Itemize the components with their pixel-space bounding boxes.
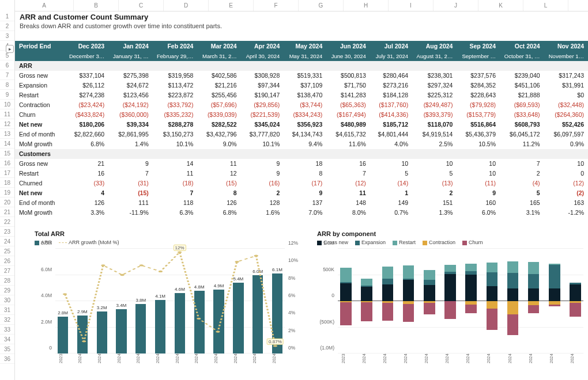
row-header-35[interactable]: 35 — [0, 344, 14, 354]
table-row[interactable]: Restart$274,238$123,456$223,872$255,456$… — [15, 90, 588, 100]
table-row[interactable]: End of month1261111181261281371481491511… — [15, 198, 588, 208]
table-row[interactable]: Contraction($23,424)($24,192)($33,792)($… — [15, 100, 588, 110]
row-header-36[interactable]: 36 — [0, 354, 14, 364]
bar: 3.4M — [116, 309, 126, 354]
column-header-E[interactable]: E — [209, 0, 254, 11]
outline-expand-button[interactable]: ▸ — [6, 45, 14, 53]
bar: 4.9M — [213, 290, 224, 354]
row-header-17[interactable]: 17 — [0, 168, 14, 178]
bar: 2.8M — [58, 317, 68, 354]
row-headers: 1234567891011121314151617181920212223242… — [0, 0, 15, 380]
chart-area: 02.0M4.0M6.0M8.0M0%2%4%6%8%10%12%2.8M2.9… — [35, 249, 301, 364]
row-header-11[interactable]: 11 — [0, 109, 14, 119]
row-header-13[interactable]: 13 — [0, 129, 14, 139]
chart-arr-by-component[interactable]: ARR by component Gross newExpansionResta… — [317, 230, 583, 364]
row-header-10[interactable]: 10 — [0, 100, 14, 109]
chart-title: ARR by component — [317, 230, 583, 237]
bar: 5.4M — [233, 283, 243, 354]
table-row[interactable]: Net new$180,206$39,334$288,278$282,522$3… — [15, 120, 588, 130]
column-header-L[interactable]: L — [523, 0, 568, 11]
row-header-9[interactable]: 9 — [0, 90, 14, 100]
row-header-6[interactable]: 6 — [0, 60, 14, 70]
bar: 6.0M — [252, 275, 263, 354]
row-header-21[interactable]: 21 — [0, 207, 14, 217]
row-header-14[interactable]: 14 — [0, 139, 14, 149]
bar: 3.8M — [135, 304, 146, 354]
row-header-34[interactable]: 34 — [0, 335, 14, 344]
row-header-29[interactable]: 29 — [0, 286, 14, 295]
column-header-D[interactable]: D — [164, 0, 209, 11]
column-header-G[interactable]: G — [299, 0, 344, 11]
row-header-30[interactable]: 30 — [0, 295, 14, 305]
table-row[interactable]: MoM growth6.8%1.4%10.1%9.0%10.1%9.4%11.6… — [15, 139, 588, 149]
row-header-3[interactable]: 3 — [0, 31, 14, 41]
column-header-M[interactable]: M — [568, 0, 588, 11]
row-header-22[interactable]: 22 — [0, 217, 14, 227]
row-header-20[interactable]: 20 — [0, 197, 14, 207]
table-row[interactable]: Churn($433,824)($360,000)($335,232)($339… — [15, 110, 588, 120]
table-row[interactable]: Gross new$337,104$275,398$319,958$402,58… — [15, 71, 588, 81]
row-header-27[interactable]: 27 — [0, 266, 14, 276]
spreadsheet-body: ARR and Customer Count Summary Breaks do… — [15, 12, 588, 218]
column-header-B[interactable]: B — [74, 0, 119, 11]
column-header-C[interactable]: C — [119, 0, 164, 11]
row-header-28[interactable]: 28 — [0, 276, 14, 286]
row-header-32[interactable]: 32 — [0, 315, 14, 325]
table-row[interactable]: Gross new219141191816101010710 — [15, 159, 588, 169]
table-row[interactable]: End of month$2,822,660$2,861,995$3,150,2… — [15, 130, 588, 139]
column-header-J[interactable]: J — [434, 0, 478, 11]
bar: 4.6M — [175, 293, 185, 354]
row-header-25[interactable]: 25 — [0, 246, 14, 256]
table-row[interactable]: Churned(33)(31)(18)(15)(16)(17)(12)(14)(… — [15, 178, 588, 188]
row-header-23[interactable]: 23 — [0, 227, 14, 237]
column-headers: ABCDEFGHIJKLM — [15, 0, 588, 12]
column-header-F[interactable]: F — [254, 0, 299, 11]
row-header-18[interactable]: 18 — [0, 178, 14, 188]
row-header-19[interactable]: 19 — [0, 188, 14, 197]
column-header-I[interactable]: I — [389, 0, 434, 11]
row-header-12[interactable]: 12 — [0, 119, 14, 129]
data-grid[interactable]: Period EndDec 2023Jan 2024Feb 2024Mar 20… — [15, 41, 588, 218]
bar: 4.8M — [194, 291, 205, 354]
column-header-A[interactable]: A — [15, 0, 74, 11]
table-row[interactable]: Restart1671112987551020 — [15, 169, 588, 178]
row-header-2[interactable]: 2 — [0, 21, 14, 31]
chart-legend: Gross newExpansionRestartContractionChur… — [317, 240, 583, 245]
column-header-H[interactable]: H — [344, 0, 389, 11]
chart-title: Total ARR — [35, 230, 301, 237]
charts-row: Total ARR ARR ARR growth (MoM %) 02.0M4.… — [35, 230, 583, 364]
row-header-8[interactable]: 8 — [0, 80, 14, 90]
table-row[interactable]: MoM growth3.3%-11.9%6.3%6.8%1.6%7.0%8.0%… — [15, 208, 588, 218]
table-row[interactable]: Net new4(15)7829111295(2) — [15, 188, 588, 198]
table-row[interactable]: Expansion$26,112$24,672$113,472$21,216$9… — [15, 81, 588, 90]
title-cell: ARR and Customer Count Summary — [15, 12, 588, 21]
chart-legend: ARR ARR growth (MoM %) — [35, 240, 301, 245]
row-header-16[interactable]: 16 — [0, 158, 14, 168]
row-header-26[interactable]: 26 — [0, 256, 14, 266]
row-header-7[interactable]: 7 — [0, 70, 14, 80]
row-header-1[interactable]: 1 — [0, 12, 14, 21]
bar: 2.9M — [77, 316, 88, 354]
row-header-31[interactable]: 31 — [0, 305, 14, 315]
chart-area: (1.0M)(500K)0500K1.0M2023202420242024202… — [317, 249, 583, 364]
bar: 3.2M — [97, 311, 107, 354]
column-header-K[interactable]: K — [478, 0, 523, 11]
row-header-15[interactable]: 15 — [0, 149, 14, 158]
subtitle-cell: Breaks down ARR and customer growth over… — [15, 21, 588, 31]
row-header-24[interactable]: 24 — [0, 237, 14, 246]
row-header-33[interactable]: 33 — [0, 325, 14, 335]
chart-total-arr[interactable]: Total ARR ARR ARR growth (MoM %) 02.0M4.… — [35, 230, 301, 364]
bar: 4.1M — [155, 300, 165, 354]
